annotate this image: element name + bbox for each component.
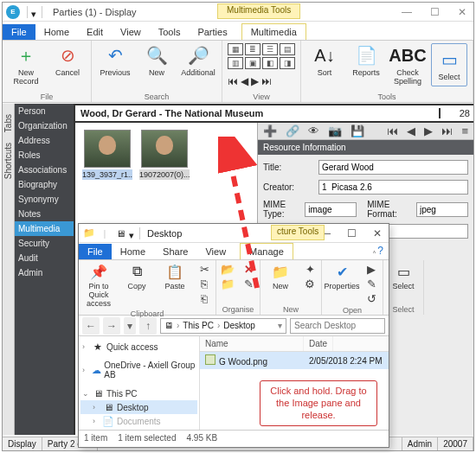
thumbnail-image (84, 130, 131, 168)
sidebar-item-address[interactable]: Address (15, 133, 74, 148)
copy-button[interactable]: ⧉Copy (120, 262, 153, 291)
new-item-icon[interactable]: ✦ (302, 262, 318, 276)
open-icon[interactable]: ▶ (363, 262, 379, 276)
new-folder-button[interactable]: 📁New (264, 262, 297, 291)
copy-path-icon[interactable]: ⎘ (196, 277, 212, 290)
paste-button[interactable]: 📋Paste (158, 262, 191, 291)
ex-tab-home[interactable]: Home (112, 244, 154, 259)
res-menu-icon[interactable]: ≡ (461, 124, 468, 137)
col-name[interactable]: Name (200, 336, 304, 351)
select-button[interactable]: ▭Select (431, 43, 467, 86)
sidebar-item-biography[interactable]: Biography (15, 177, 74, 192)
delete-icon[interactable]: ✕ (241, 262, 256, 276)
ex-group-clipboard: 📌Pin to Quickaccess ⧉Copy 📋Paste ✂⎘⎗ Cli… (79, 260, 216, 315)
properties-button[interactable]: ✔Properties (325, 262, 358, 291)
res-prev-icon[interactable]: ◀ (407, 124, 415, 137)
sidebar-item-organization[interactable]: Organization (15, 118, 74, 133)
tree-onedrive[interactable]: ›☁OneDrive - Axiell Group AB (80, 359, 197, 381)
tree-documents[interactable]: ›📄Documents (80, 414, 197, 428)
recent-button[interactable]: ▾ (124, 317, 136, 335)
res-next-icon[interactable]: ▶ (424, 124, 433, 137)
res-camera-icon[interactable]: 📷 (328, 124, 342, 137)
pin-button[interactable]: 📌Pin to Quickaccess (82, 262, 115, 309)
ex-tab-file[interactable]: File (79, 244, 112, 259)
tab-view[interactable]: View (112, 24, 150, 40)
explorer-maximize-button[interactable]: ☐ (344, 227, 359, 239)
crumb-desktop[interactable]: Desktop (223, 321, 255, 330)
sidebar-tab-tabs[interactable]: Tabs (3, 114, 13, 132)
cancel-button[interactable]: ⊘Cancel (49, 43, 86, 78)
file-row[interactable]: G Wood.png 2/05/2018 2:24 PM (200, 352, 389, 369)
res-view-icon[interactable]: 👁 (308, 124, 319, 137)
check-spelling-button[interactable]: ABCCheckSpelling (389, 43, 426, 86)
history-icon[interactable]: ↺ (363, 291, 379, 305)
res-add-icon[interactable]: ➕ (263, 124, 277, 137)
maximize-button[interactable]: ☐ (427, 6, 442, 18)
res-attach-icon[interactable]: 🔗 (286, 124, 299, 137)
sidebar-item-admin[interactable]: Admin (15, 265, 74, 280)
minimize-button[interactable]: — (399, 6, 415, 18)
edit-icon[interactable]: ✎ (363, 277, 379, 290)
tab-edit[interactable]: Edit (78, 24, 112, 40)
sidebar-item-person[interactable]: Person (15, 104, 74, 118)
mime-type-label: MIME Type: (263, 200, 301, 219)
address-box[interactable]: 🖥› This PC› Desktop ▾ (160, 318, 286, 334)
additional-button[interactable]: 🔎Additional (180, 43, 216, 78)
tab-multimedia[interactable]: Multimedia (241, 23, 306, 40)
close-button[interactable]: ✕ (454, 6, 470, 18)
up-button[interactable]: ↑ (139, 317, 157, 335)
mime-type-field[interactable] (305, 202, 357, 217)
back-button[interactable]: ← (82, 317, 100, 335)
crumb-pc[interactable]: This PC (183, 321, 214, 330)
thumbnail[interactable]: 139_3937_r1... (82, 130, 132, 180)
tree-desktop[interactable]: ›🖥Desktop (80, 400, 197, 414)
new-record-button[interactable]: ＋NewRecord (8, 43, 44, 86)
res-first-icon[interactable]: ⏮ (387, 124, 398, 137)
sort-button[interactable]: A↓Sort (306, 43, 343, 78)
col-date[interactable]: Date (304, 336, 333, 351)
help-icon[interactable]: ? (377, 245, 383, 257)
sidebar-item-roles[interactable]: Roles (15, 148, 74, 163)
tab-file[interactable]: File (3, 24, 35, 40)
res-last-icon[interactable]: ⏭ (441, 124, 453, 137)
thumbnail[interactable]: 19072007(0)... (139, 130, 190, 180)
explorer-search-input[interactable] (290, 318, 385, 334)
forward-button[interactable]: → (103, 317, 120, 335)
tab-home[interactable]: Home (35, 24, 78, 40)
tree-this-pc[interactable]: ⌄🖥This PC (80, 386, 197, 400)
qat-dropdown-icon[interactable]: ▾ (129, 230, 136, 237)
qat-dropdown-icon[interactable]: ▾ (31, 9, 38, 16)
new-search-button[interactable]: 🔍New (138, 43, 175, 78)
sidebar-item-multimedia[interactable]: Multimedia (15, 221, 74, 236)
ex-tab-view[interactable]: View (196, 244, 235, 259)
copy-to-icon[interactable]: 📁 (220, 277, 235, 290)
sidebar-item-security[interactable]: Security (15, 236, 74, 251)
ex-select-button[interactable]: ▭Select (387, 262, 420, 291)
title-field[interactable] (318, 160, 468, 175)
sidebar-item-audit[interactable]: Audit (15, 251, 74, 265)
nav-arrows[interactable]: ⏮◀▶⏭ (228, 75, 272, 87)
paste-shortcut-icon[interactable]: ⎗ (196, 291, 212, 305)
explorer-close-button[interactable]: ✕ (370, 227, 385, 239)
ex-tab-manage[interactable]: Manage (240, 243, 293, 259)
res-save-icon[interactable]: 💾 (351, 124, 364, 137)
sidebar-tab-shortcuts[interactable]: Shortcuts (3, 143, 13, 179)
sidebar-item-notes[interactable]: Notes (15, 207, 74, 221)
ex-tab-share[interactable]: Share (154, 244, 196, 259)
rename-icon[interactable]: ✎ (241, 277, 256, 290)
sidebar-item-associations[interactable]: Associations (15, 163, 74, 177)
previous-button[interactable]: ↶Previous (97, 43, 133, 78)
cut-icon[interactable]: ✂ (196, 262, 212, 276)
easy-access-icon[interactable]: ⚙ (302, 277, 318, 290)
reports-button[interactable]: 📄Reports (348, 43, 384, 78)
view-mode-grid[interactable]: ▦≣☰▤ ▥▣◧◨ (228, 43, 295, 69)
creator-field[interactable] (318, 180, 468, 195)
tree-quick-access[interactable]: ›★Quick access (80, 340, 197, 354)
tab-tools[interactable]: Tools (150, 24, 190, 40)
mime-format-field[interactable] (416, 202, 468, 217)
ribbon-collapse-icon[interactable]: ˄ (372, 250, 376, 259)
move-icon[interactable]: 📂 (220, 262, 235, 276)
column-headers[interactable]: Name Date (200, 336, 389, 352)
sidebar-item-synonymy[interactable]: Synonymy (15, 192, 74, 207)
tab-parties[interactable]: Parties (189, 24, 235, 40)
